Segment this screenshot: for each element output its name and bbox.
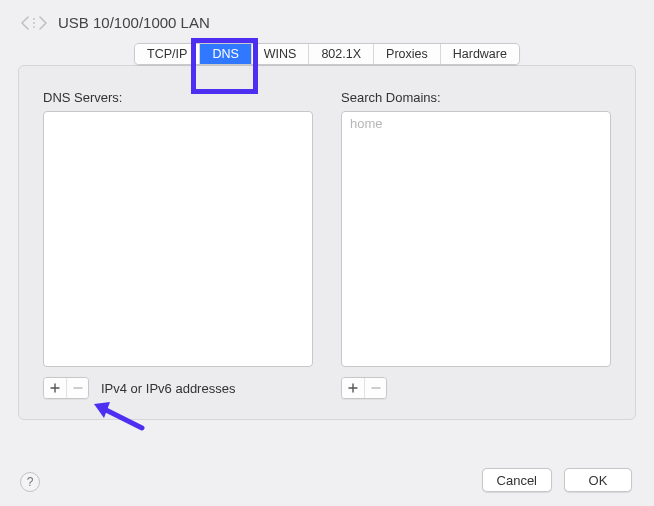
tab-hardware[interactable]: Hardware: [441, 44, 519, 64]
help-button[interactable]: ?: [20, 472, 40, 492]
ok-button[interactable]: OK: [564, 468, 632, 492]
dns-address-hint: IPv4 or IPv6 addresses: [101, 381, 235, 396]
svg-point-1: [33, 22, 35, 24]
search-domains-add-remove: [341, 377, 387, 399]
remove-dns-server-button[interactable]: [66, 378, 88, 398]
cancel-button[interactable]: Cancel: [482, 468, 552, 492]
tab-tcpip[interactable]: TCP/IP: [135, 44, 200, 64]
help-icon: ?: [27, 475, 34, 489]
svg-point-0: [33, 18, 35, 20]
footer-buttons: Cancel OK: [482, 468, 632, 492]
add-dns-server-button[interactable]: [44, 378, 66, 398]
tab-dns[interactable]: DNS: [200, 44, 251, 64]
svg-point-2: [33, 26, 35, 28]
tab-8021x[interactable]: 802.1X: [309, 44, 374, 64]
tab-bar: TCP/IP DNS WINS 802.1X Proxies Hardware: [0, 43, 654, 65]
back-forward-icon[interactable]: [20, 15, 48, 31]
dns-servers-add-remove: [43, 377, 89, 399]
header-bar: USB 10/100/1000 LAN: [0, 0, 654, 39]
search-domains-column: Search Domains: home: [341, 90, 611, 399]
remove-search-domain-button[interactable]: [364, 378, 386, 398]
dns-servers-list[interactable]: [43, 111, 313, 367]
page-title: USB 10/100/1000 LAN: [58, 14, 210, 31]
search-domains-placeholder: home: [350, 116, 383, 131]
add-search-domain-button[interactable]: [342, 378, 364, 398]
tab-wins[interactable]: WINS: [252, 44, 310, 64]
dns-servers-label: DNS Servers:: [43, 90, 313, 105]
tab-proxies[interactable]: Proxies: [374, 44, 441, 64]
dns-servers-column: DNS Servers: IPv4 or IPv6 addresses: [43, 90, 313, 399]
search-domains-list[interactable]: home: [341, 111, 611, 367]
search-domains-label: Search Domains:: [341, 90, 611, 105]
dns-panel: DNS Servers: IPv4 or IPv6 addresses Sear…: [18, 65, 636, 420]
